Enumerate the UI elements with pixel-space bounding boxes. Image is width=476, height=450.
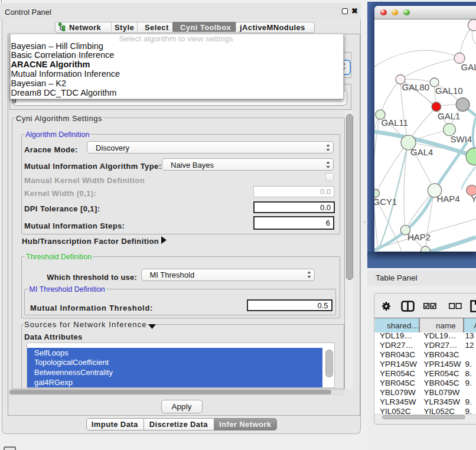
svg-text:HAP4: HAP4 xyxy=(437,194,460,204)
svg-text:GAL2: GAL2 xyxy=(461,62,476,72)
svg-text:GAL11: GAL11 xyxy=(382,118,409,128)
svg-text:HAP2: HAP2 xyxy=(407,232,431,242)
svg-text:GCY1: GCY1 xyxy=(374,196,397,206)
svg-text:Y: Y xyxy=(471,193,476,203)
svg-text:GAL80: GAL80 xyxy=(402,81,430,92)
svg-text:GAL4: GAL4 xyxy=(410,147,433,157)
svg-text:SWI4: SWI4 xyxy=(451,133,472,144)
svg-text:GAL10: GAL10 xyxy=(435,86,463,96)
svg-text:GAL1: GAL1 xyxy=(438,111,460,121)
